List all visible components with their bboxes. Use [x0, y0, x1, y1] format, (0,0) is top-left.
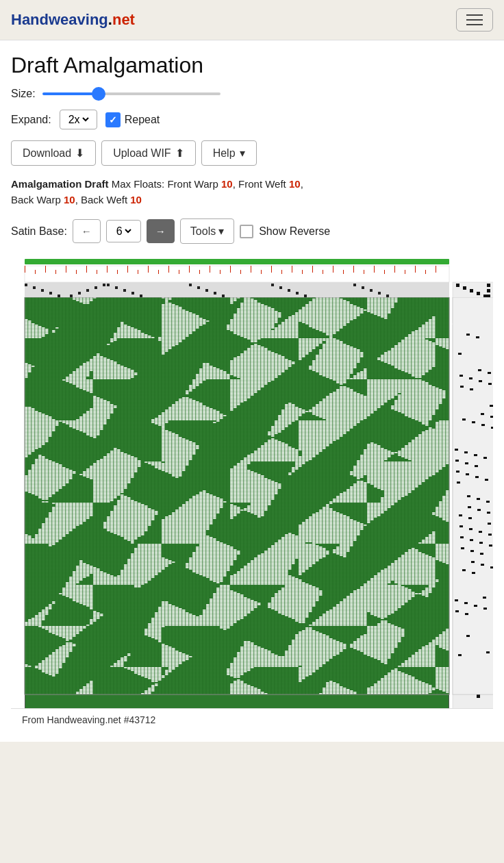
hamburger-line-3 — [466, 24, 483, 25]
satin-base-row: Satin Base: ← 6 4 5 7 8 → Tools ▾ Show R… — [11, 218, 493, 244]
svg-rect-16 — [251, 266, 251, 273]
upload-wif-label: Upload WIF — [113, 147, 171, 160]
svg-rect-21 — [353, 266, 354, 273]
hamburger-menu-button[interactable] — [456, 8, 493, 32]
svg-rect-34 — [199, 270, 200, 274]
svg-rect-47 — [33, 286, 36, 289]
expand-select-wrapper[interactable]: 1x 2x 3x 4x — [60, 110, 97, 129]
svg-rect-109 — [477, 292, 480, 295]
main-content: Draft Amalgamation Size: Expand: 1x 2x 3… — [0, 40, 504, 742]
upload-icon: ⬆ — [175, 147, 184, 160]
download-icon: ⬇ — [75, 147, 84, 160]
svg-rect-103 — [86, 289, 89, 292]
svg-rect-114 — [487, 284, 490, 287]
svg-rect-104 — [94, 286, 97, 289]
svg-rect-20 — [333, 266, 333, 273]
satin-right-button[interactable]: → — [147, 219, 175, 243]
svg-rect-11 — [148, 266, 149, 273]
show-reverse-wrap: Show Reverse — [240, 225, 330, 238]
size-label: Size: — [11, 88, 36, 100]
svg-rect-36 — [240, 270, 241, 274]
svg-rect-31 — [138, 270, 138, 274]
amalgamation-info: Amalgamation Draft Max Floats: Front War… — [11, 177, 493, 208]
tools-dropdown-icon: ▾ — [218, 225, 224, 238]
repeat-checkbox[interactable] — [105, 112, 121, 127]
show-reverse-label: Show Reverse — [259, 225, 330, 238]
svg-rect-77 — [279, 286, 282, 289]
svg-rect-89 — [378, 292, 381, 295]
front-warp-sep: , Front Weft — [233, 178, 289, 190]
satin-base-label: Satin Base: — [11, 225, 67, 238]
svg-rect-87 — [362, 286, 364, 289]
svg-rect-115 — [487, 289, 490, 292]
svg-rect-17 — [271, 266, 272, 273]
caption-text: From Handweaving.net #43712 — [22, 714, 155, 725]
svg-rect-32 — [158, 270, 159, 274]
svg-rect-44 — [405, 270, 405, 274]
help-dropdown-icon: ▾ — [240, 147, 245, 160]
tools-button[interactable]: Tools ▾ — [180, 218, 234, 244]
svg-rect-45 — [425, 270, 426, 274]
svg-rect-15 — [230, 266, 231, 273]
svg-rect-6 — [45, 266, 46, 273]
svg-rect-41 — [343, 270, 344, 274]
green-bar — [25, 259, 449, 264]
svg-rect-46 — [25, 284, 27, 286]
front-weft-sep: , — [301, 178, 303, 190]
svg-rect-69 — [214, 292, 216, 295]
download-label: Download — [23, 147, 71, 160]
svg-rect-10 — [127, 266, 128, 273]
svg-rect-107 — [463, 286, 466, 290]
svg-rect-7 — [66, 266, 66, 273]
svg-rect-25 — [436, 266, 436, 273]
upload-wif-button[interactable]: Upload WIF ⬆ — [101, 140, 195, 166]
svg-rect-59 — [131, 292, 134, 295]
size-slider[interactable] — [42, 92, 220, 95]
back-warp-value: 10 — [64, 194, 75, 205]
expand-row: Expand: 1x 2x 3x 4x Repeat — [11, 110, 493, 129]
satin-left-button[interactable]: ← — [73, 219, 101, 243]
svg-rect-37 — [261, 270, 262, 274]
svg-rect-68 — [205, 289, 208, 292]
svg-rect-27 — [55, 270, 56, 274]
expand-select[interactable]: 1x 2x 3x 4x — [66, 113, 91, 126]
show-reverse-checkbox[interactable] — [240, 225, 253, 238]
svg-rect-14 — [210, 266, 210, 273]
svg-rect-9 — [107, 266, 108, 273]
svg-rect-66 — [189, 284, 192, 286]
back-warp-pre: Back Warp — [11, 194, 64, 205]
download-button[interactable]: Download ⬇ — [11, 140, 96, 166]
svg-rect-35 — [220, 270, 220, 274]
satin-value-select[interactable]: 6 4 5 7 8 — [106, 220, 141, 242]
svg-rect-8 — [86, 266, 87, 273]
expand-label: Expand: — [11, 114, 51, 126]
logo-net: net — [112, 11, 135, 28]
svg-rect-26 — [35, 270, 36, 274]
front-weft-value: 10 — [289, 178, 301, 190]
amalgamation-prefix: Max Floats: Front Warp — [112, 178, 221, 190]
size-control-row: Size: — [11, 88, 493, 100]
svg-rect-42 — [364, 270, 364, 274]
satin-select[interactable]: 6 4 5 7 8 — [114, 225, 134, 238]
svg-rect-56 — [107, 284, 110, 286]
svg-rect-29 — [97, 270, 97, 274]
logo: Handweaving.net — [11, 11, 135, 29]
button-row: Download ⬇ Upload WIF ⬆ Help ▾ — [11, 140, 493, 166]
svg-rect-28 — [76, 270, 77, 274]
svg-rect-39 — [302, 270, 303, 274]
caption: From Handweaving.net #43712 — [11, 708, 493, 731]
svg-rect-48 — [41, 289, 44, 292]
svg-rect-23 — [394, 266, 395, 273]
svg-rect-88 — [370, 289, 373, 292]
svg-rect-57 — [115, 286, 118, 289]
svg-rect-22 — [374, 266, 375, 273]
svg-rect-108 — [470, 289, 473, 292]
svg-rect-106 — [456, 284, 459, 287]
hamburger-line-1 — [466, 14, 483, 16]
svg-rect-13 — [189, 266, 190, 273]
svg-rect-102 — [78, 292, 81, 295]
svg-rect-12 — [168, 266, 169, 273]
repeat-label: Repeat — [125, 114, 160, 126]
svg-rect-78 — [288, 289, 290, 292]
help-button[interactable]: Help ▾ — [201, 140, 257, 166]
